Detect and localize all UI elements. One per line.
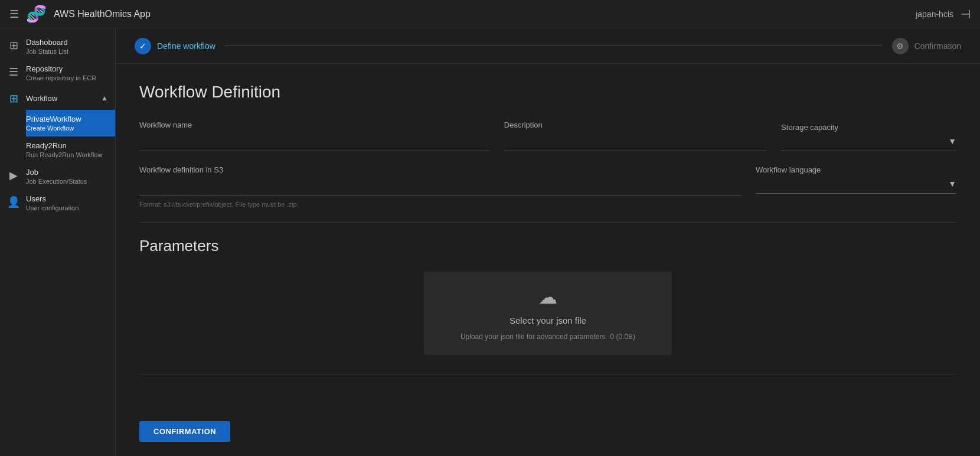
sidebar-item-users[interactable]: 👤 Users User configuration bbox=[0, 190, 115, 216]
confirmation-button[interactable]: CONFIRMATION bbox=[139, 421, 230, 442]
upload-count: 0 (0.0B) bbox=[610, 333, 635, 341]
ready2run-label: Ready2Run bbox=[26, 141, 102, 150]
hamburger-icon[interactable]: ☰ bbox=[9, 8, 19, 21]
description-input[interactable] bbox=[504, 134, 767, 151]
sidebar-item-repository[interactable]: ☰ Repository Creae repository in ECR bbox=[0, 60, 115, 86]
repository-icon: ☰ bbox=[7, 66, 20, 79]
workflow-definition-input[interactable] bbox=[139, 179, 741, 196]
main-content: ✓ Define workflow ⚙ Confirmation Workflo… bbox=[116, 28, 980, 456]
sidebar-group-workflow[interactable]: ⊞ Workflow ▲ bbox=[0, 86, 115, 110]
stepper: ✓ Define workflow ⚙ Confirmation bbox=[116, 28, 980, 64]
workflow-name-label: Workflow name bbox=[139, 120, 490, 129]
storage-capacity-select[interactable]: ▼ bbox=[781, 136, 956, 151]
users-sublabel: User configuration bbox=[26, 204, 79, 211]
dashboard-label: Dashoboard bbox=[26, 38, 68, 47]
sidebar-item-ready2run[interactable]: Ready2Run Run Ready2Run Workflow bbox=[26, 136, 115, 163]
step-confirmation: ⚙ Confirmation bbox=[892, 38, 961, 54]
upload-cloud-icon: ☁ bbox=[538, 286, 557, 308]
step-define-workflow: ✓ Define workflow bbox=[135, 38, 215, 54]
dashboard-icon: ⊞ bbox=[7, 39, 20, 52]
ready2run-sublabel: Run Ready2Run Workflow bbox=[26, 151, 102, 158]
workflow-group-label: Workflow bbox=[26, 94, 95, 103]
step2-label: Confirmation bbox=[914, 41, 961, 51]
upload-description: Upload your json file for advanced param… bbox=[460, 333, 605, 341]
dashboard-sublabel: Job Status List bbox=[26, 48, 68, 55]
private-workflow-label: PrivateWorkflow bbox=[26, 115, 81, 123]
upload-area[interactable]: ☁ Select your json file Upload your json… bbox=[424, 272, 672, 355]
step-line bbox=[225, 45, 883, 46]
topbar-right: japan-hcls ⊣ bbox=[916, 7, 971, 21]
storage-capacity-label: Storage capacity bbox=[781, 123, 956, 132]
page-title: Workflow Definition bbox=[139, 83, 956, 102]
layout: ⊞ Dashoboard Job Status List ☰ Repositor… bbox=[0, 28, 980, 456]
parameters-title: Parameters bbox=[139, 237, 956, 255]
job-icon: ▶ bbox=[7, 169, 20, 182]
upload-subtext: Upload your json file for advanced param… bbox=[460, 333, 635, 341]
chevron-up-icon: ▲ bbox=[101, 94, 108, 102]
storage-capacity-field[interactable]: Storage capacity ▼ bbox=[781, 123, 956, 151]
description-field: Description bbox=[504, 120, 767, 151]
divider-1 bbox=[139, 222, 956, 223]
sidebar-item-job[interactable]: ▶ Job Job Execution/Status bbox=[0, 163, 115, 190]
step1-label: Define workflow bbox=[157, 41, 215, 51]
private-workflow-sublabel: Create Workflow bbox=[26, 125, 81, 132]
app-title: AWS HealthOmics App bbox=[54, 9, 151, 19]
storage-capacity-arrow-icon: ▼ bbox=[948, 136, 956, 146]
workflow-children: PrivateWorkflow Create Workflow Ready2Ru… bbox=[0, 110, 115, 163]
app-logo-icon: 🧬 bbox=[26, 4, 47, 24]
form-row-1: Workflow name Description Storage capaci… bbox=[139, 120, 956, 151]
workflow-language-field[interactable]: Workflow language ▼ bbox=[756, 165, 956, 194]
username-label: japan-hcls bbox=[916, 9, 953, 19]
workflow-definition-hint: Format: s3://bucket/prefix/object. File … bbox=[139, 201, 741, 208]
page-content: Workflow Definition Workflow name Descri… bbox=[116, 64, 980, 412]
workflow-definition-label: Workflow definition in S3 bbox=[139, 165, 741, 174]
sidebar: ⊞ Dashoboard Job Status List ☰ Repositor… bbox=[0, 28, 116, 456]
sidebar-item-private-workflow[interactable]: PrivateWorkflow Create Workflow bbox=[26, 110, 115, 136]
users-label: Users bbox=[26, 194, 79, 203]
description-label: Description bbox=[504, 120, 767, 129]
job-sublabel: Job Execution/Status bbox=[26, 178, 87, 185]
workflow-definition-field: Workflow definition in S3 Format: s3://b… bbox=[139, 165, 741, 208]
workflow-name-field: Workflow name bbox=[139, 120, 490, 151]
workflow-language-label: Workflow language bbox=[756, 165, 956, 174]
step1-circle: ✓ bbox=[135, 38, 151, 54]
topbar-left: ☰ 🧬 AWS HealthOmics App bbox=[9, 4, 151, 24]
repository-label: Repository bbox=[26, 64, 96, 73]
footer: CONFIRMATION bbox=[116, 412, 980, 456]
repository-sublabel: Creae repository in ECR bbox=[26, 74, 96, 82]
divider-2 bbox=[139, 374, 956, 374]
sidebar-item-dashboard[interactable]: ⊞ Dashoboard Job Status List bbox=[0, 33, 115, 60]
workflow-icon: ⊞ bbox=[7, 92, 20, 105]
form-row-2: Workflow definition in S3 Format: s3://b… bbox=[139, 165, 956, 208]
workflow-language-arrow-icon: ▼ bbox=[948, 179, 956, 188]
job-label: Job bbox=[26, 168, 87, 177]
workflow-name-input[interactable] bbox=[139, 134, 490, 151]
upload-text: Select your json file bbox=[509, 315, 586, 325]
topbar: ☰ 🧬 AWS HealthOmics App japan-hcls ⊣ bbox=[0, 0, 980, 28]
step2-circle: ⚙ bbox=[892, 38, 909, 54]
logout-icon[interactable]: ⊣ bbox=[961, 7, 971, 21]
workflow-language-select[interactable]: ▼ bbox=[756, 179, 956, 194]
users-icon: 👤 bbox=[7, 196, 20, 209]
